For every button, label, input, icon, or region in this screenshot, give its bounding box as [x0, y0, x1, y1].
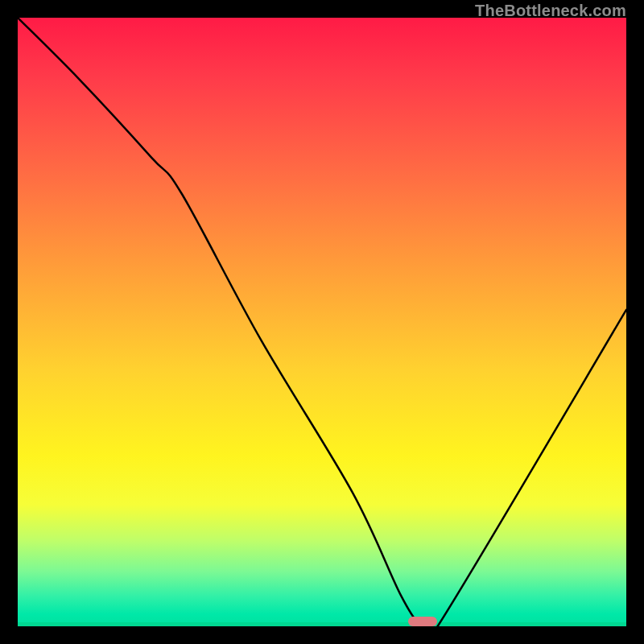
chart-frame: TheBottleneck.com	[0, 0, 644, 644]
optimal-marker	[408, 617, 437, 626]
plot-area	[18, 18, 626, 626]
bottleneck-curve	[18, 18, 626, 626]
